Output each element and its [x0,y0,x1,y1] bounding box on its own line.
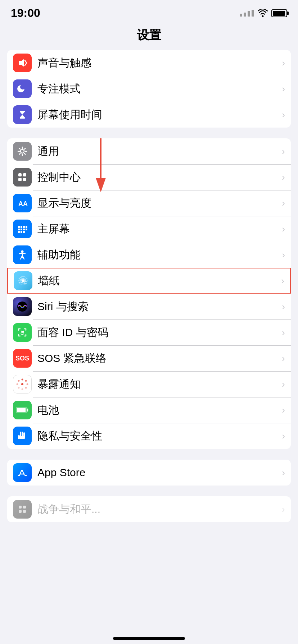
controlcenter-label: 控制中心 [37,170,279,185]
svg-rect-2 [20,111,25,112]
battery-icon [271,9,287,17]
wallpaper-icon-box [14,271,32,290]
general-icon-box [13,142,32,161]
siri-label: Siri 与搜索 [37,299,279,314]
settings-item-general[interactable]: 通用 › [7,138,291,164]
faceid-icon-box [13,323,32,342]
siri-icon [17,301,28,312]
display-icon: AA [17,197,28,209]
chevron-icon: › [282,504,285,515]
svg-rect-17 [18,231,20,233]
battery-setting-icon [16,406,29,414]
svg-rect-45 [18,435,20,439]
settings-item-appstore[interactable]: App Store › [7,460,291,486]
settings-item-privacy[interactable]: 隐私与安全性 › [7,423,291,449]
svg-point-37 [18,380,20,382]
svg-rect-20 [26,226,27,228]
settings-item-exposure[interactable]: 暴露通知 › [7,371,291,397]
svg-point-36 [17,383,18,385]
svg-rect-15 [21,229,22,230]
settings-item-siri[interactable]: Siri 与搜索 › [7,294,291,319]
svg-point-34 [22,388,23,390]
svg-rect-40 [17,408,26,412]
svg-rect-44 [20,436,25,439]
chevron-icon: › [281,275,284,286]
svg-rect-19 [23,231,25,233]
chevron-icon: › [282,249,285,261]
svg-point-38 [21,383,23,385]
chevron-icon: › [282,58,285,69]
svg-rect-18 [21,231,22,233]
settings-item-focus[interactable]: 专注模式 › [7,76,291,102]
svg-rect-6 [18,173,22,176]
partial-icon [17,503,28,515]
svg-rect-12 [21,226,22,228]
svg-rect-48 [19,510,22,513]
svg-point-0 [262,15,264,17]
settings-item-sound[interactable]: 声音与触感 › [7,50,291,76]
accessibility-icon [17,249,28,261]
appstore-label: App Store [37,466,279,479]
settings-item-accessibility[interactable]: 辅助功能 › [7,242,291,268]
status-icons [240,9,287,17]
screentime-icon-box [13,105,32,124]
settings-item-display[interactable]: AA 显示与亮度 › [7,190,291,216]
speaker-icon [17,58,28,68]
chevron-icon: › [282,431,285,442]
chevron-icon: › [282,146,285,157]
privacy-hand-icon [17,430,28,442]
controlcenter-icon [17,171,28,183]
settings-group-4: 战争与和平... › [7,496,291,522]
faceid-label: 面容 ID 与密码 [37,325,279,340]
settings-group-1: 声音与触感 › 专注模式 › 屏幕使用时间 › [7,50,291,128]
settings-item-controlcenter[interactable]: 控制中心 › [7,164,291,190]
partial-label: 战争与和平... [37,502,279,517]
svg-rect-14 [18,229,20,230]
chevron-icon: › [282,405,285,416]
sos-label: SOS 紧急联络 [37,351,279,366]
homescreen-icon-box [13,220,32,238]
settings-item-sos[interactable]: SOS SOS 紧急联络 › [7,345,291,371]
homescreen-label: 主屏幕 [37,222,279,236]
privacy-label: 隐私与安全性 [37,429,279,443]
svg-point-30 [22,379,23,381]
controlcenter-icon-box [13,168,32,187]
chevron-icon: › [282,327,285,338]
settings-item-screentime[interactable]: 屏幕使用时间 › [7,102,291,128]
page-title-bar: 设置 [0,23,298,50]
appstore-icon-box [13,463,32,482]
page-title: 设置 [0,27,298,43]
display-label: 显示与亮度 [37,196,279,211]
status-time: 19:00 [11,6,40,20]
signal-icon [240,10,254,17]
svg-rect-3 [20,117,25,119]
wallpaper-label: 墙纸 [38,273,278,288]
sos-text: SOS [15,355,29,362]
svg-rect-13 [23,226,25,228]
settings-item-partial[interactable]: 战争与和平... › [7,496,291,522]
gear-icon [17,146,28,157]
chevron-icon: › [282,172,285,183]
settings-item-homescreen[interactable]: 主屏幕 › [7,216,291,242]
sound-label: 声音与触感 [37,56,279,70]
svg-marker-1 [19,59,24,67]
settings-item-battery[interactable]: 电池 › [7,397,291,423]
settings-item-faceid[interactable]: 面容 ID 与密码 › [7,319,291,345]
svg-rect-7 [23,173,26,176]
screentime-label: 屏幕使用时间 [37,107,279,122]
settings-group-3: App Store › [7,460,291,486]
wallpaper-icon [17,275,29,286]
chevron-icon: › [282,83,285,95]
svg-rect-49 [23,510,26,513]
wifi-icon [258,9,268,17]
svg-point-31 [25,380,27,382]
exposure-dots-icon [15,377,29,391]
home-indicator [113,637,185,640]
sound-icon [13,54,32,72]
settings-item-wallpaper[interactable]: 墙纸 › [7,268,291,294]
moon-icon [17,84,27,94]
chevron-icon: › [282,224,285,235]
chevron-icon: › [282,379,285,390]
svg-point-32 [27,383,28,385]
svg-point-33 [25,387,27,389]
